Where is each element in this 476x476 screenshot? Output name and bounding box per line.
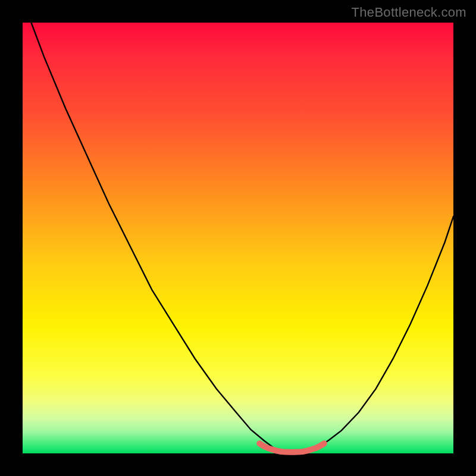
chart-frame: TheBottleneck.com [0, 0, 476, 476]
plot-area [23, 23, 453, 453]
right-curve [303, 217, 453, 452]
watermark-text: TheBottleneck.com [352, 5, 466, 20]
left-curve [31, 23, 281, 452]
curves-svg [23, 23, 453, 453]
